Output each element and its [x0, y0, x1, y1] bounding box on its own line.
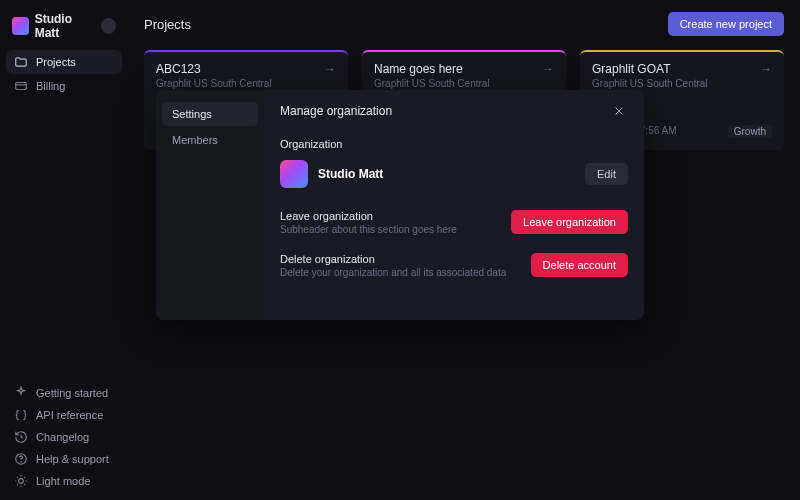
modal-tab-members[interactable]: Members — [162, 128, 258, 152]
leave-organization-button[interactable]: Leave organization — [511, 210, 628, 234]
edit-organization-button[interactable]: Edit — [585, 163, 628, 185]
delete-organization-subtitle: Delete your organization and all its ass… — [280, 267, 506, 278]
modal-sidebar: Settings Members — [156, 90, 264, 320]
modal-overlay: Settings Members Manage organization Org… — [0, 0, 800, 500]
close-icon — [613, 105, 625, 117]
leave-organization-title: Leave organization — [280, 210, 457, 222]
modal-title: Manage organization — [280, 104, 392, 118]
organization-avatar — [280, 160, 308, 188]
modal-close-button[interactable] — [610, 102, 628, 120]
organization-row: Studio Matt Edit — [280, 160, 628, 188]
modal-tab-settings[interactable]: Settings — [162, 102, 258, 126]
organization-name: Studio Matt — [318, 167, 575, 181]
manage-organization-modal: Settings Members Manage organization Org… — [156, 90, 644, 320]
organization-section-label: Organization — [280, 138, 628, 150]
delete-account-button[interactable]: Delete account — [531, 253, 628, 277]
delete-organization-title: Delete organization — [280, 253, 506, 265]
leave-organization-subtitle: Subheader about this section goes here — [280, 224, 457, 235]
leave-organization-row: Leave organization Subheader about this … — [280, 210, 628, 235]
modal-content: Manage organization Organization Studio … — [264, 90, 644, 320]
delete-organization-row: Delete organization Delete your organiza… — [280, 253, 628, 278]
